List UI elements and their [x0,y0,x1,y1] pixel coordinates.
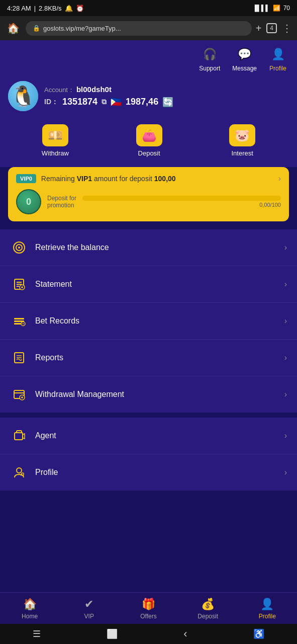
account-id-row: ID： 1351874 ⧉ 🇵🇭 1987,46 🔄 [44,97,173,108]
menu-section-2: Agent › Profile › [0,418,297,491]
nav-offers[interactable]: 🎁 Offers [133,598,163,620]
menu-item-profile[interactable]: Profile › [0,454,297,491]
svg-point-2 [18,247,20,249]
agent-chevron-icon: › [284,431,287,440]
nav-home[interactable]: 🏠 Home [15,598,45,620]
withdraw-icon: 💴 [42,124,68,146]
deposit-promotion-label: Deposit for promotion [47,195,76,209]
message-button[interactable]: 💬 Message [232,45,257,72]
reports-chevron-icon: › [284,353,287,362]
deposit-button[interactable]: 👛 Deposit [136,124,162,157]
android-navigation: ☰ ⬜ ‹ ♿ [0,624,297,644]
vip-nav-icon: ✔ [84,598,93,611]
interest-label: Interest [231,149,253,157]
agent-label: Agent [35,431,284,440]
nav-vip[interactable]: ✔ VIP [74,598,104,620]
agent-icon [10,427,28,445]
support-icon: 🎧 [201,45,219,63]
vip-progress: 0,00/100 [82,196,281,208]
android-back-icon[interactable]: ‹ [183,627,187,640]
network-speed-value: 2.8KB/s [39,5,62,12]
reports-icon [10,349,28,367]
profile-menu-icon [10,463,28,481]
menu-section-1: Retrieve the balance › Statement › [0,229,297,413]
profile-menu-chevron-icon: › [284,468,287,477]
vip-bottom: 0 Deposit for promotion 0,00/100 [16,189,281,214]
android-assist-icon[interactable]: ♿ [253,628,264,639]
interest-button[interactable]: 🐷 Interest [229,124,255,157]
account-info: Account： bl00dsh0t ID： 1351874 ⧉ 🇵🇭 1987… [44,85,173,108]
menu-item-agent[interactable]: Agent › [0,418,297,454]
deposit-icon: 👛 [136,124,162,146]
action-buttons: 💴 Withdraw 👛 Deposit 🐷 Interest [0,119,297,167]
battery: 70 [283,5,290,12]
vip-description: Remaining VIP1 amount for deposit 100,00 [41,175,278,183]
bet-records-label: Bet Records [35,316,284,326]
svg-rect-26 [22,473,24,475]
bet-records-chevron-icon: › [284,316,287,326]
menu-item-bet-records[interactable]: Bet Records › [0,303,297,340]
vip-progress-text: 0,00/100 [82,202,281,208]
withdraw-label: Withdraw [42,149,69,157]
profile-menu-label: Profile [35,468,284,477]
add-tab-icon[interactable]: + [256,23,262,34]
svg-rect-23 [15,433,23,440]
url-text: goslots.vip/me?gameTyp... [43,25,121,32]
avatar [8,81,38,111]
vip-chevron-right-icon: › [278,174,281,183]
profile-button[interactable]: 👤 Profile [269,45,287,72]
account-section: Account： bl00dsh0t ID： 1351874 ⧉ 🇵🇭 1987… [0,76,297,119]
wifi-icon: 📶 [273,5,280,12]
bottom-navigation: 🏠 Home ✔ VIP 🎁 Offers 💰 Deposit 👤 Profil… [0,592,297,624]
nav-profile[interactable]: 👤 Profile [252,598,282,620]
android-home-icon[interactable]: ⬜ [107,628,118,639]
top-navigation: 🎧 Support 💬 Message 👤 Profile [0,40,297,76]
reports-label: Reports [35,353,284,362]
browser-bar: 🏠 🔒 goslots.vip/me?gameTyp... + 4 ⋮ [0,16,297,40]
url-bar[interactable]: 🔒 goslots.vip/me?gameTyp... [26,21,252,36]
avatar-image [8,81,38,111]
svg-point-24 [17,468,22,473]
withdrawal-management-label: Withdrawal Management [35,390,284,399]
profile-label: Profile [269,65,286,72]
bottom-spacer [0,491,297,551]
menu-item-statement[interactable]: Statement › [0,266,297,303]
menu-item-withdrawal-management[interactable]: Withdrawal Management › [0,376,297,413]
retrieve-balance-label: Retrieve the balance [35,243,284,252]
svg-rect-12 [14,323,21,325]
profile-nav-label: Profile [259,613,276,620]
copy-id-icon[interactable]: ⧉ [102,98,107,106]
menu-item-reports[interactable]: Reports › [0,340,297,376]
menu-item-retrieve-balance[interactable]: Retrieve the balance › [0,229,297,266]
more-icon[interactable]: ⋮ [282,22,292,34]
deposit-nav-label: Deposit [197,613,218,620]
home-icon[interactable]: 🏠 [5,20,22,36]
network-speed: | [34,5,36,12]
refresh-balance-icon[interactable]: 🔄 [162,97,173,108]
offers-nav-icon: 🎁 [142,598,155,611]
withdraw-button[interactable]: 💴 Withdraw [42,124,69,157]
vip-badge: VIP0 [16,174,36,183]
account-name-row: Account： bl00dsh0t [44,85,173,95]
account-username: bl00dsh0t [76,85,112,94]
signal-icon: ▐▌▌▌ [253,5,270,12]
bet-records-icon [10,312,28,330]
support-button[interactable]: 🎧 Support [199,45,220,72]
profile-nav-icon: 👤 [260,598,274,611]
time: 4:28 AM [7,5,31,12]
vip-progress-bg [82,196,281,201]
vip-card[interactable]: VIP0 Remaining VIP1 amount for deposit 1… [8,167,289,221]
status-left: 4:28 AM | 2.8KB/s 🔔 ⏰ [7,5,84,12]
nav-deposit[interactable]: 💰 Deposit [193,598,223,620]
deposit-nav-icon: 💰 [201,598,215,611]
android-menu-icon[interactable]: ☰ [33,628,41,639]
vip-coin-icon: 0 [16,189,41,214]
status-bar: 4:28 AM | 2.8KB/s 🔔 ⏰ ▐▌▌▌ 📶 70 [0,0,297,16]
deposit-label: Deposit [138,149,160,157]
withdrawal-management-icon [10,385,28,404]
tab-count[interactable]: 4 [266,23,277,33]
vip-top: VIP0 Remaining VIP1 amount for deposit 1… [16,174,281,183]
home-nav-label: Home [22,613,38,620]
notification-icon: 🔔 [65,5,73,12]
home-nav-icon: 🏠 [23,598,37,611]
